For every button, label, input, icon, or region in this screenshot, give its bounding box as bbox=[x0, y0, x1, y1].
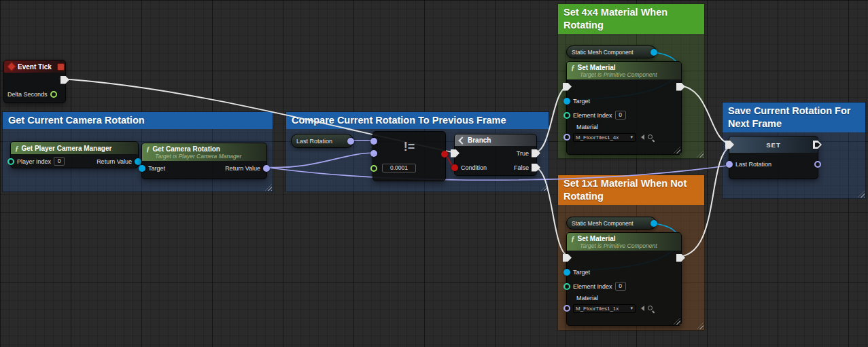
set-title: SET bbox=[737, 141, 810, 149]
node-header[interactable]: ƒ Get Player Camera Manager bbox=[11, 142, 138, 154]
condition-pin[interactable] bbox=[451, 164, 458, 171]
player-index-input[interactable]: 0 bbox=[54, 157, 65, 166]
input-a-pin[interactable] bbox=[370, 138, 377, 145]
node-not-equal[interactable]: != 0.0001 bbox=[372, 131, 446, 181]
error-tolerance-pin[interactable] bbox=[370, 165, 377, 172]
element-index-input[interactable]: 0 bbox=[615, 111, 626, 120]
material-dropdown[interactable]: M_FloorTiles1_1x ▾ bbox=[573, 304, 636, 313]
material-label: Material bbox=[576, 124, 598, 130]
last-rotation-out-pin[interactable] bbox=[347, 138, 354, 145]
static-mesh-out-pin[interactable] bbox=[650, 220, 657, 227]
node-title: Get Camera Rotation bbox=[153, 145, 220, 153]
node-get-player-camera-manager[interactable]: ƒ Get Player Camera Manager Player Index… bbox=[10, 141, 139, 168]
function-icon: ƒ bbox=[15, 144, 19, 152]
resize-handle[interactable] bbox=[697, 151, 704, 158]
browse-asset-icon[interactable] bbox=[647, 305, 654, 312]
use-selected-asset-icon[interactable] bbox=[638, 306, 644, 311]
false-label: False bbox=[514, 164, 529, 171]
comment-title[interactable]: Set 4x4 Material When Rotating bbox=[558, 4, 704, 34]
blueprint-canvas[interactable]: Get Current Camera Rotation Compare Curr… bbox=[0, 0, 868, 347]
node-subtitle: Target is Primitive Component bbox=[580, 242, 677, 249]
node-header[interactable]: ƒ Get Camera Rotation Target is Player C… bbox=[142, 143, 266, 161]
resize-handle[interactable] bbox=[858, 191, 865, 198]
exec-out-pin[interactable] bbox=[813, 141, 822, 149]
return-value-pin[interactable] bbox=[135, 158, 141, 165]
comment-title[interactable]: Save Current Rotation For Next Frame bbox=[723, 103, 865, 132]
node-set-last-rotation[interactable]: SET Last Rotation bbox=[729, 136, 818, 179]
node-title: Set Material bbox=[578, 235, 616, 242]
element-index-pin[interactable] bbox=[563, 112, 570, 119]
set-header[interactable]: SET bbox=[729, 136, 818, 153]
use-selected-asset-icon[interactable] bbox=[638, 134, 644, 140]
last-rotation-in-pin[interactable] bbox=[726, 161, 733, 168]
material-pin[interactable] bbox=[563, 305, 570, 312]
return-value-label: Return Value bbox=[225, 165, 260, 172]
event-badge-icon bbox=[57, 63, 65, 71]
material-dropdown[interactable]: M_FloorTiles1_4x ▾ bbox=[573, 133, 636, 142]
input-b-pin[interactable] bbox=[370, 150, 377, 157]
resize-handle[interactable] bbox=[697, 323, 704, 329]
delta-seconds-pin[interactable] bbox=[50, 91, 57, 98]
resize-handle[interactable] bbox=[674, 147, 680, 153]
exec-in-pin[interactable] bbox=[563, 254, 572, 262]
exec-in-pin[interactable] bbox=[451, 149, 459, 158]
target-label: Target bbox=[573, 269, 590, 276]
node-subtitle: Target is Primitive Component bbox=[580, 71, 677, 78]
false-exec-pin[interactable] bbox=[532, 164, 540, 172]
target-pin[interactable] bbox=[139, 165, 145, 172]
resize-handle[interactable] bbox=[541, 184, 548, 191]
target-pin[interactable] bbox=[563, 98, 570, 105]
exec-out-pin[interactable] bbox=[676, 254, 685, 262]
true-exec-pin[interactable] bbox=[532, 149, 540, 158]
comment-title[interactable]: Compare Current Rotation To Previous Fra… bbox=[286, 112, 549, 129]
static-mesh-out-pin[interactable] bbox=[650, 49, 657, 56]
comment-title[interactable]: Get Current Camera Rotation bbox=[3, 112, 273, 129]
player-index-pin[interactable] bbox=[7, 158, 14, 165]
node-get-camera-rotation[interactable]: ƒ Get Camera Rotation Target is Player C… bbox=[141, 143, 267, 179]
exec-out-pin[interactable] bbox=[676, 83, 685, 91]
exec-in-pin[interactable] bbox=[563, 83, 572, 91]
resize-handle[interactable] bbox=[674, 318, 680, 325]
delta-seconds-label: Delta Seconds bbox=[7, 91, 48, 98]
last-rotation-out-pin[interactable] bbox=[814, 161, 821, 168]
event-tick-header[interactable]: Event Tick bbox=[4, 60, 65, 73]
material-pin[interactable] bbox=[563, 134, 570, 141]
material-label: Material bbox=[576, 295, 598, 302]
exec-out-pin[interactable] bbox=[60, 76, 69, 84]
node-subtitle: Target is Player Camera Manager bbox=[155, 153, 262, 160]
function-icon: ƒ bbox=[146, 145, 150, 153]
node-title: Set Material bbox=[578, 64, 616, 71]
node-header[interactable]: ƒ Set Material Target is Primitive Compo… bbox=[567, 62, 681, 79]
resize-handle[interactable] bbox=[265, 184, 272, 191]
comment-title[interactable]: Set 1x1 Material When Not Rotating bbox=[558, 175, 704, 205]
node-get-static-mesh-component-bottom[interactable]: Static Mesh Component bbox=[566, 217, 657, 230]
true-label: True bbox=[517, 150, 529, 157]
caret-down-icon: ▾ bbox=[630, 306, 633, 311]
browse-asset-icon[interactable] bbox=[647, 134, 654, 141]
player-index-label: Player Index bbox=[17, 158, 51, 165]
target-label: Target bbox=[148, 165, 165, 172]
branch-icon bbox=[459, 137, 465, 143]
target-label: Target bbox=[573, 98, 590, 105]
error-tolerance-input[interactable]: 0.0001 bbox=[382, 164, 416, 172]
node-set-material-1x1[interactable]: ƒ Set Material Target is Primitive Compo… bbox=[566, 232, 682, 326]
node-set-material-4x4[interactable]: ƒ Set Material Target is Primitive Compo… bbox=[566, 61, 682, 155]
result-pin[interactable] bbox=[441, 151, 448, 158]
last-rotation-label: Last Rotation bbox=[735, 161, 771, 168]
element-index-pin[interactable] bbox=[563, 283, 570, 290]
target-pin[interactable] bbox=[563, 269, 570, 276]
material-value: M_FloorTiles1_1x bbox=[576, 306, 619, 312]
function-icon: ƒ bbox=[571, 63, 575, 71]
node-get-static-mesh-component-top[interactable]: Static Mesh Component bbox=[566, 45, 657, 58]
return-value-pin[interactable] bbox=[263, 165, 270, 172]
node-get-last-rotation[interactable]: Last Rotation bbox=[291, 134, 353, 148]
last-rotation-label: Last Rotation bbox=[296, 138, 332, 145]
exec-in-pin[interactable] bbox=[725, 141, 734, 149]
element-index-input[interactable]: 0 bbox=[615, 282, 626, 291]
node-branch[interactable]: Branch True Condition False bbox=[454, 134, 537, 176]
condition-label: Condition bbox=[461, 164, 487, 171]
branch-header[interactable]: Branch bbox=[455, 134, 536, 146]
node-header[interactable]: ƒ Set Material Target is Primitive Compo… bbox=[567, 233, 681, 251]
static-mesh-label: Static Mesh Component bbox=[572, 49, 633, 56]
node-event-tick[interactable]: Event Tick Delta Seconds bbox=[3, 60, 66, 103]
